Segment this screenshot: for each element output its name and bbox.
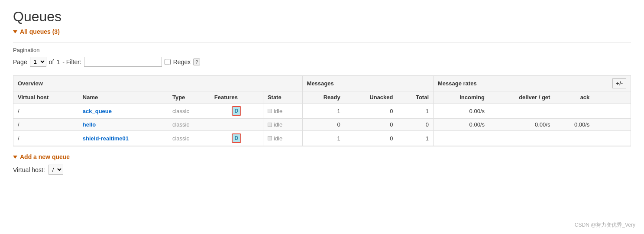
cell-deliver-get: 0.00/s	[489, 119, 554, 131]
cell-total: 0	[398, 119, 434, 131]
rates-group-header: Message rates	[434, 76, 594, 91]
table-row: /helloclassicidle0000.00/s0.00/s0.00/s	[13, 119, 631, 131]
cell-ready: 1	[302, 131, 345, 146]
col-incoming: incoming	[434, 91, 489, 104]
cell-incoming: 0.00/s	[434, 119, 489, 131]
cell-total: 1	[398, 131, 434, 146]
add-queue-collapse-icon	[13, 156, 17, 159]
cell-features: D	[210, 131, 263, 146]
cell-ready: 0	[302, 119, 345, 131]
cell-state: idle	[263, 131, 302, 146]
cell-virtual-host: /	[13, 131, 78, 146]
feature-d-badge: D	[232, 133, 241, 143]
col-unacked: Unacked	[345, 91, 398, 104]
cell-type: classic	[168, 104, 210, 119]
divider	[13, 42, 631, 42]
cell-extra	[594, 119, 631, 131]
cell-state: idle	[263, 104, 302, 119]
cell-unacked: 0	[345, 119, 398, 131]
col-name: Name	[78, 91, 168, 104]
cell-total: 1	[398, 104, 434, 119]
queue-link[interactable]: ack_queue	[83, 108, 112, 114]
cell-ack	[554, 104, 594, 119]
col-ready: Ready	[302, 91, 345, 104]
of-label: of	[49, 58, 54, 65]
cell-extra	[594, 131, 631, 146]
pagination-row: Page 1 of 1 - Filter: Regex ?	[13, 57, 631, 67]
virtual-host-label: Virtual host:	[13, 166, 45, 173]
queues-table-container: Overview Messages Message rates +/- Virt…	[13, 75, 631, 146]
cell-incoming	[434, 131, 489, 146]
column-header-row: Virtual host Name Type Features State Re…	[13, 91, 631, 104]
cell-virtual-host: /	[13, 119, 78, 131]
group-header-row: Overview Messages Message rates +/-	[13, 76, 631, 91]
col-total: Total	[398, 91, 434, 104]
page-label: Page	[13, 58, 27, 65]
cell-name[interactable]: shield-realtime01	[78, 131, 168, 146]
messages-group-header: Messages	[302, 76, 433, 91]
cell-ready: 1	[302, 104, 345, 119]
table-row: /shield-realtime01classicDidle101	[13, 131, 631, 146]
cell-incoming: 0.00/s	[434, 104, 489, 119]
regex-checkbox[interactable]	[165, 59, 171, 65]
cell-state: idle	[263, 119, 302, 131]
state-idle: idle	[268, 135, 298, 142]
cell-ack: 0.00/s	[554, 119, 594, 131]
state-dot-icon	[268, 136, 272, 140]
filter-input[interactable]	[84, 57, 162, 67]
state-idle: idle	[268, 108, 298, 114]
filter-label: - Filter:	[62, 58, 81, 65]
all-queues-toggle[interactable]: All queues (3)	[13, 28, 631, 35]
queue-link[interactable]: hello	[83, 121, 96, 128]
page-title: Queues	[13, 9, 631, 25]
cell-name[interactable]: hello	[78, 119, 168, 131]
col-deliver-get: deliver / get	[489, 91, 554, 104]
help-icon[interactable]: ?	[193, 58, 200, 65]
regex-label: Regex	[173, 58, 191, 65]
add-queue-label: Add a new queue	[20, 153, 70, 160]
col-type: Type	[168, 91, 210, 104]
cell-unacked: 0	[345, 131, 398, 146]
state-dot-icon	[268, 123, 272, 127]
cell-name[interactable]: ack_queue	[78, 104, 168, 119]
table-row: /ack_queueclassicDidle1010.00/s	[13, 104, 631, 119]
of-value: 1	[56, 58, 60, 65]
virtual-host-select[interactable]: /	[49, 165, 63, 175]
col-virtual-host: Virtual host	[13, 91, 78, 104]
all-queues-label: All queues (3)	[20, 28, 60, 35]
queue-link[interactable]: shield-realtime01	[83, 135, 129, 142]
overview-group-header: Overview	[13, 76, 302, 91]
cell-extra	[594, 104, 631, 119]
plus-minus-cell: +/-	[594, 76, 631, 91]
col-ack: ack	[554, 91, 594, 104]
queues-table: Overview Messages Message rates +/- Virt…	[13, 76, 631, 146]
pagination-label: Pagination	[13, 47, 631, 53]
col-state: State	[263, 91, 302, 104]
page-select[interactable]: 1	[30, 57, 46, 67]
feature-d-badge: D	[232, 106, 241, 116]
col-extra	[594, 91, 631, 104]
virtual-host-row: Virtual host: /	[13, 165, 631, 175]
col-features: Features	[210, 91, 263, 104]
cell-deliver-get	[489, 131, 554, 146]
cell-ack	[554, 131, 594, 146]
cell-features	[210, 119, 263, 131]
cell-deliver-get	[489, 104, 554, 119]
cell-virtual-host: /	[13, 104, 78, 119]
cell-features: D	[210, 104, 263, 119]
cell-type: classic	[168, 131, 210, 146]
plus-minus-button[interactable]: +/-	[612, 78, 626, 88]
add-queue-toggle[interactable]: Add a new queue	[13, 153, 631, 160]
state-dot-icon	[268, 109, 272, 113]
cell-unacked: 0	[345, 104, 398, 119]
collapse-icon	[13, 30, 17, 33]
cell-type: classic	[168, 119, 210, 131]
state-idle: idle	[268, 121, 298, 128]
